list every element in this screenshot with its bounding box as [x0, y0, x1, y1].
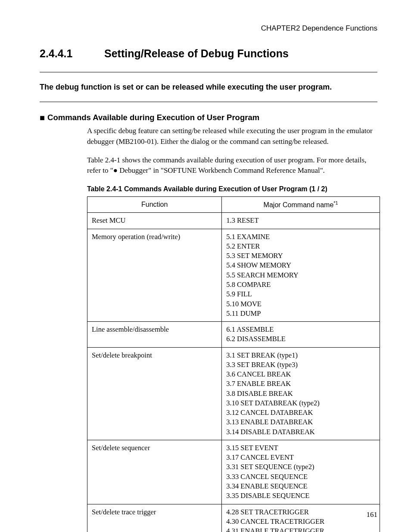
section-number: 2.4.4.1	[40, 47, 104, 60]
table-cell-function: Set/delete breakpoint	[87, 347, 222, 440]
table-cell-function: Set/delete trace trigger	[87, 504, 222, 532]
section-title: 2.4.4.1Setting/Release of Debug Function…	[40, 47, 377, 60]
table-cell-commands: 6.1 ASSEMBLE6.2 DISASSEMBLE	[222, 322, 380, 348]
table-cell-function: Reset MCU	[87, 213, 222, 229]
table-row: Set/delete sequencer3.15 SET EVENT3.17 C…	[87, 440, 380, 504]
page-number: 161	[367, 510, 378, 519]
table-row: Reset MCU1.3 RESET	[87, 213, 380, 229]
table-header-command-sup: *1	[333, 200, 338, 205]
commands-table: Function Major Command name*1 Reset MCU1…	[87, 196, 380, 532]
table-header-command: Major Command name*1	[222, 197, 380, 213]
subheading: ■Commands Available during Execution of …	[40, 112, 377, 122]
chapter-header: CHAPTER2 Dependence Functions	[40, 24, 377, 33]
square-bullet-icon: ■	[40, 113, 45, 122]
divider-top	[40, 72, 377, 72]
table-row: Line assemble/disassemble6.1 ASSEMBLE6.2…	[87, 322, 380, 348]
subheading-text: Commands Available during Execution of U…	[47, 113, 259, 122]
section-title-text: Setting/Release of Debug Functions	[104, 47, 289, 59]
table-header-row: Function Major Command name*1	[87, 197, 380, 213]
table-row: Memory operation (read/write)5.1 EXAMINE…	[87, 229, 380, 321]
table-cell-function: Line assemble/disassemble	[87, 322, 222, 348]
paragraph: Table 2.4-1 shows the commands available…	[87, 155, 377, 176]
table-row: Set/delete breakpoint3.1 SET BREAK (type…	[87, 347, 380, 440]
page: CHAPTER2 Dependence Functions 2.4.4.1Set…	[0, 0, 411, 532]
table-cell-commands: 3.1 SET BREAK (type1)3.3 SET BREAK (type…	[222, 347, 380, 440]
table-row: Set/delete trace trigger4.28 SET TRACETR…	[87, 504, 380, 532]
table-header-command-text: Major Command name	[264, 201, 334, 208]
body-text: A specific debug feature can setting/be …	[87, 126, 377, 194]
section-summary: The debug function is set or can be rele…	[40, 82, 377, 92]
divider-bottom	[40, 102, 377, 102]
table-cell-commands: 3.15 SET EVENT3.17 CANCEL EVENT3.31 SET …	[222, 440, 380, 504]
table-cell-function: Set/delete sequencer	[87, 440, 222, 504]
table-cell-commands: 5.1 EXAMINE5.2 ENTER5.3 SET MEMORY5.4 SH…	[222, 229, 380, 321]
table-cell-commands: 1.3 RESET	[222, 213, 380, 229]
table-caption: Table 2.4-1 Commands Available during Ex…	[87, 184, 377, 194]
table-cell-commands: 4.28 SET TRACETRIGGER4.30 CANCEL TRACETR…	[222, 504, 380, 532]
table-header-function: Function	[87, 197, 222, 213]
table-cell-function: Memory operation (read/write)	[87, 229, 222, 321]
paragraph: A specific debug feature can setting/be …	[87, 126, 377, 147]
